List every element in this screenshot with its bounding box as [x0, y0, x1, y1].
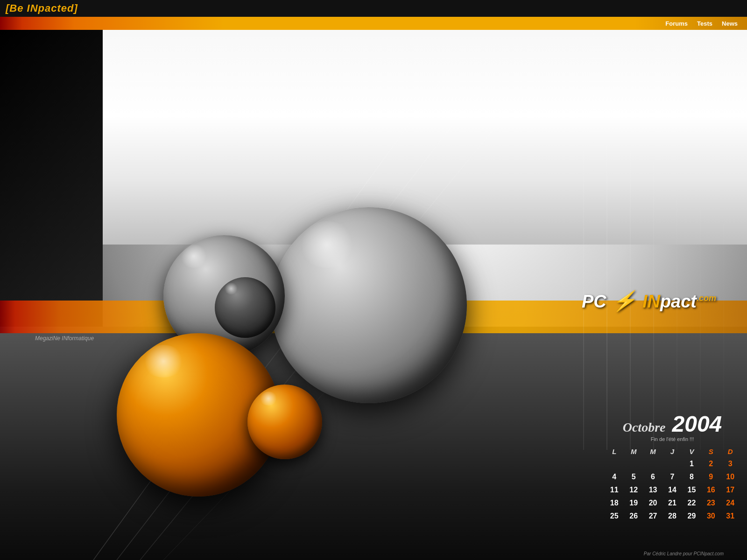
- day-21: 21: [662, 497, 682, 510]
- ball-small-dark: [215, 277, 275, 338]
- day-17: 17: [721, 483, 740, 497]
- logo-bolt: ⚡: [612, 289, 636, 312]
- day-5: 5: [624, 470, 643, 483]
- footer-text: Par Cédric Landre pour PCINpact.com: [644, 551, 724, 556]
- logo-pc: PC: [582, 292, 606, 311]
- pcinpact-logo-area: PC ⚡ INpact.com: [574, 277, 724, 324]
- day-29: 29: [682, 510, 701, 523]
- day-3: 3: [721, 457, 740, 470]
- day-16: 16: [701, 483, 720, 497]
- day-25: 25: [605, 510, 624, 523]
- calendar-row: 4 5 6 7 8 9 10: [605, 470, 740, 483]
- day-24: 24: [721, 497, 740, 510]
- top-bar: [Be INpacted]: [0, 0, 747, 17]
- col-m1: M: [624, 446, 643, 457]
- day-19: 19: [624, 497, 643, 510]
- col-d: D: [721, 446, 740, 457]
- day-13: 13: [643, 483, 662, 497]
- day-18: 18: [605, 497, 624, 510]
- calendar-header-row: L M M J V S D: [605, 446, 740, 457]
- calendar-row: 1 2 3: [605, 457, 740, 470]
- tests-link[interactable]: Tests: [697, 20, 712, 27]
- site-logo[interactable]: [Be INpacted]: [6, 2, 78, 14]
- magazine-label: MegaziNe INformatique: [35, 335, 94, 342]
- day-20: 20: [643, 497, 662, 510]
- logo-pact: pact: [660, 292, 697, 311]
- calendar-row: 25 26 27 28 29 30 31: [605, 510, 740, 523]
- pcinpact-logo: PC ⚡ INpact.com: [582, 289, 716, 312]
- calendar-body: 1 2 3 4 5 6 7 8 9 10 11 12: [605, 457, 740, 523]
- calendar-header: Octobre 2004 Fin de l'été enfin !!!: [605, 413, 740, 442]
- calendar-month: Octobre 2004: [605, 413, 740, 435]
- day-1: 1: [682, 457, 701, 470]
- calendar: Octobre 2004 Fin de l'été enfin !!! L M …: [605, 413, 740, 523]
- day-7: 7: [662, 470, 682, 483]
- nav-links: Forums Tests News: [665, 20, 738, 27]
- day-empty: [624, 457, 643, 470]
- ball-small-orange: [247, 385, 322, 459]
- day-23: 23: [701, 497, 720, 510]
- calendar-subtitle: Fin de l'été enfin !!!: [605, 436, 740, 442]
- day-15: 15: [682, 483, 701, 497]
- day-12: 12: [624, 483, 643, 497]
- col-m2: M: [643, 446, 662, 457]
- calendar-row: 11 12 13 14 15 16 17: [605, 483, 740, 497]
- day-empty: [605, 457, 624, 470]
- day-8: 8: [682, 470, 701, 483]
- day-30: 30: [701, 510, 720, 523]
- calendar-table: L M M J V S D 1 2 3: [605, 446, 740, 523]
- day-2: 2: [701, 457, 720, 470]
- day-6: 6: [643, 470, 662, 483]
- day-22: 22: [682, 497, 701, 510]
- day-28: 28: [662, 510, 682, 523]
- ball-large-gray: [271, 207, 467, 403]
- col-j: J: [662, 446, 682, 457]
- day-14: 14: [662, 483, 682, 497]
- logo-com: .com: [697, 294, 716, 303]
- day-4: 4: [605, 470, 624, 483]
- news-link[interactable]: News: [722, 20, 738, 27]
- day-empty: [643, 457, 662, 470]
- day-9: 9: [701, 470, 720, 483]
- main-area: MegaziNe INformatique PC ⚡ INpact.com Oc…: [0, 30, 747, 560]
- day-11: 11: [605, 483, 624, 497]
- day-empty: [662, 457, 682, 470]
- col-s: S: [701, 446, 720, 457]
- calendar-year: 2004: [672, 412, 722, 436]
- upper-white-area: [103, 30, 747, 245]
- logo-in: IN: [642, 292, 660, 311]
- calendar-row: 18 19 20 21 22 23 24: [605, 497, 740, 510]
- col-v: V: [682, 446, 701, 457]
- forums-link[interactable]: Forums: [665, 20, 688, 27]
- month-label: Octobre: [623, 420, 666, 434]
- nav-bar: Forums Tests News: [0, 17, 747, 30]
- day-27: 27: [643, 510, 662, 523]
- day-31: 31: [721, 510, 740, 523]
- day-10: 10: [721, 470, 740, 483]
- day-26: 26: [624, 510, 643, 523]
- col-l: L: [605, 446, 624, 457]
